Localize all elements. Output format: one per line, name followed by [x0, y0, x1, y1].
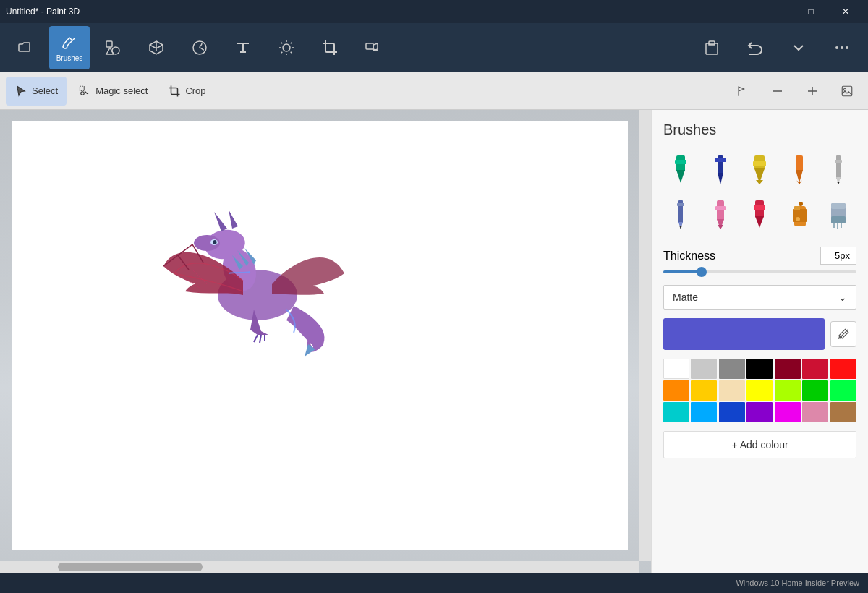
minimize-button[interactable]: ─	[760, 0, 793, 23]
color-red[interactable]	[830, 359, 856, 379]
brush-watercolor[interactable]	[782, 150, 817, 190]
brush-oil[interactable]	[742, 150, 777, 190]
color-white[interactable]	[663, 359, 689, 379]
magic-select-label: Magic select	[95, 85, 148, 96]
toolbar-dropdown[interactable]	[778, 26, 819, 69]
canvas	[12, 121, 628, 550]
title-bar: Untitled* - Paint 3D ─ □ ✕	[0, 0, 868, 23]
color-brown[interactable]	[830, 402, 856, 422]
image-icon	[841, 85, 854, 98]
zoom-in-button[interactable]	[797, 77, 827, 106]
toolbar-3d-objects[interactable]	[136, 26, 176, 69]
finish-dropdown[interactable]: Matte ⌄	[663, 285, 856, 310]
brush-calligraphy[interactable]	[703, 150, 738, 190]
svg-rect-37	[754, 205, 765, 210]
image-button[interactable]	[832, 77, 862, 106]
title-bar-right: ─ □ ✕	[760, 0, 862, 23]
shapes3d-icon	[148, 39, 165, 56]
brush-crayon[interactable]	[703, 195, 738, 235]
toolbar-text[interactable]	[223, 26, 263, 69]
horizontal-scrollbar[interactable]	[0, 561, 639, 573]
toolbar-2d-shapes[interactable]	[93, 26, 133, 69]
close-button[interactable]: ✕	[829, 0, 862, 23]
title-bar-left: Untitled* - Paint 3D	[6, 7, 80, 17]
color-yellow[interactable]	[746, 380, 773, 401]
toolbar-file[interactable]	[6, 26, 46, 69]
toolbar-3d-view[interactable]	[353, 26, 393, 69]
brush-pencil-light[interactable]	[821, 150, 856, 190]
toolbar-paste[interactable]	[692, 26, 732, 69]
color-light-gray[interactable]	[691, 359, 717, 379]
canvas-area[interactable]	[0, 110, 651, 573]
vertical-scrollbar[interactable]	[639, 110, 651, 561]
color-dark-red[interactable]	[775, 359, 801, 379]
color-gold[interactable]	[691, 380, 717, 401]
svg-rect-39	[793, 209, 807, 222]
toolbar-undo[interactable]	[735, 26, 775, 69]
finish-label: Matte	[673, 291, 698, 303]
color-yellow-green[interactable]	[775, 380, 801, 401]
brush-spray[interactable]	[782, 195, 817, 235]
brush-eraser[interactable]	[821, 195, 856, 235]
zoom-out-button[interactable]	[762, 77, 793, 106]
magic-select-button[interactable]: Magic select	[69, 77, 156, 106]
slider-fill	[663, 270, 702, 273]
view3d-icon	[365, 39, 382, 56]
shapes2d-icon	[104, 39, 122, 56]
brush-marker-red[interactable]	[742, 195, 777, 235]
crop-button[interactable]: Crop	[159, 77, 214, 106]
select-button[interactable]: Select	[6, 77, 67, 106]
dragon-image	[120, 165, 366, 396]
eyedropper-icon	[836, 327, 851, 341]
brush-pencil-colored[interactable]	[663, 195, 698, 235]
main-toolbar: Brushes	[0, 23, 868, 72]
color-black[interactable]	[746, 359, 773, 379]
toolbar-brushes[interactable]: Brushes	[49, 26, 90, 69]
color-sky-blue[interactable]	[691, 402, 717, 422]
add-color-button[interactable]: + Add colour	[663, 431, 856, 458]
scrollbar-thumb	[58, 563, 203, 571]
toolbar-crop[interactable]	[310, 26, 350, 69]
color-purple[interactable]	[746, 402, 773, 422]
minus-icon	[771, 85, 784, 98]
select-label: Select	[32, 85, 58, 96]
color-orange[interactable]	[663, 380, 689, 401]
eyedropper-button[interactable]	[830, 321, 856, 347]
svg-rect-26	[715, 158, 726, 162]
svg-rect-5	[366, 43, 373, 49]
thickness-value[interactable]: 5px	[820, 247, 856, 265]
brushes-label: Brushes	[56, 54, 83, 62]
toolbar-more[interactable]	[822, 26, 862, 69]
maximize-button[interactable]: □	[794, 0, 827, 23]
color-magenta[interactable]	[775, 402, 801, 422]
thickness-slider[interactable]	[663, 270, 856, 273]
svg-rect-40	[794, 206, 800, 210]
toolbar-effects[interactable]	[266, 26, 307, 69]
brushes-grid	[663, 150, 856, 235]
toolbar-stickers[interactable]	[179, 26, 220, 69]
color-green[interactable]	[802, 380, 828, 401]
color-bright-green[interactable]	[830, 380, 856, 401]
color-preview[interactable]	[663, 318, 825, 350]
svg-point-41	[799, 202, 803, 206]
add-color-label: + Add colour	[731, 439, 788, 451]
brush-marker[interactable]	[663, 150, 698, 190]
color-pink[interactable]	[802, 402, 828, 422]
color-blue[interactable]	[719, 402, 745, 422]
svg-rect-10	[80, 86, 84, 90]
select-icon	[14, 85, 27, 98]
color-wheat[interactable]	[719, 380, 745, 401]
svg-point-8	[841, 46, 843, 49]
svg-rect-6	[709, 41, 715, 44]
status-text: Windows 10 Home Insider Preview	[736, 579, 859, 587]
svg-point-7	[835, 46, 838, 49]
color-medium-red[interactable]	[802, 359, 828, 379]
color-cyan[interactable]	[663, 402, 689, 422]
brush-icon	[61, 34, 78, 51]
svg-rect-1	[106, 41, 112, 47]
sub-toolbar: Select Magic select Crop	[0, 72, 868, 110]
svg-rect-35	[715, 206, 726, 210]
undo-icon	[746, 39, 764, 56]
color-gray[interactable]	[719, 359, 745, 379]
flag-button[interactable]	[728, 77, 758, 106]
